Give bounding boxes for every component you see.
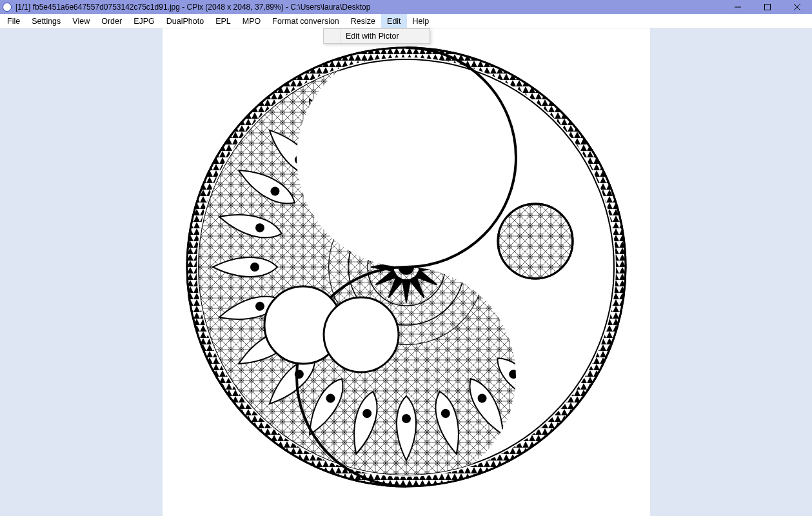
- menu-mpo[interactable]: MPO: [237, 14, 266, 28]
- window-title: [1/1] fb5e451a6e647557d0753142c75c1d91.j…: [15, 3, 370, 12]
- maximize-button[interactable]: [753, 0, 782, 14]
- workspace: [0, 28, 812, 516]
- close-icon: [794, 4, 800, 10]
- menu-dualphoto[interactable]: DualPhoto: [161, 14, 210, 28]
- close-button[interactable]: [782, 0, 812, 14]
- menu-order[interactable]: Order: [95, 14, 128, 28]
- svg-rect-0: [765, 5, 771, 10]
- menu-bar: File Settings View Order EJPG DualPhoto …: [0, 14, 812, 28]
- dropdown-edit-with-pictor[interactable]: Edit with Pictor: [324, 29, 430, 43]
- menu-ejpg[interactable]: EJPG: [128, 14, 161, 28]
- menu-format-conversion[interactable]: Format conversion: [266, 14, 345, 28]
- maximize-icon: [764, 4, 771, 10]
- yin-yang-mandala-image: [174, 35, 639, 499]
- menu-settings[interactable]: Settings: [26, 14, 66, 28]
- title-bar: [1/1] fb5e451a6e647557d0753142c75c1d91.j…: [0, 0, 812, 14]
- window-controls: [723, 0, 812, 14]
- app-icon: [3, 3, 12, 12]
- minimize-icon: [735, 4, 741, 10]
- menu-view[interactable]: View: [66, 14, 95, 28]
- menu-edit[interactable]: Edit: [381, 14, 407, 28]
- menu-file[interactable]: File: [1, 14, 26, 28]
- edit-dropdown: Edit with Pictor: [323, 28, 430, 44]
- image-canvas[interactable]: [163, 28, 650, 516]
- menu-help[interactable]: Help: [407, 14, 435, 28]
- svg-point-16: [324, 297, 399, 372]
- menu-epl[interactable]: EPL: [210, 14, 237, 28]
- displayed-image: [174, 35, 639, 499]
- minimize-button[interactable]: [723, 0, 753, 14]
- menu-resize[interactable]: Resize: [345, 14, 381, 28]
